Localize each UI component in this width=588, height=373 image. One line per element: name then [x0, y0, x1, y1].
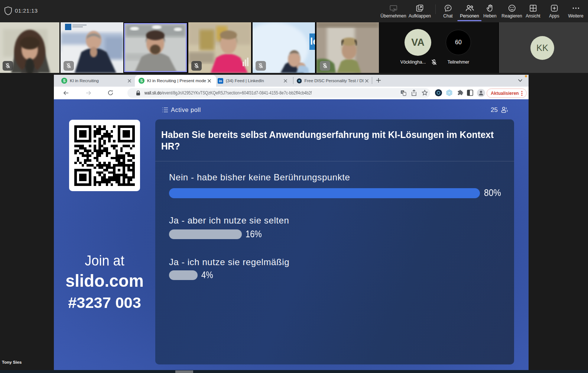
svg-text:S: S [140, 79, 143, 83]
svg-text:S: S [63, 79, 66, 83]
svg-text:G: G [402, 91, 403, 93]
svg-text:le: le [310, 36, 315, 47]
svg-text:in: in [219, 79, 222, 83]
